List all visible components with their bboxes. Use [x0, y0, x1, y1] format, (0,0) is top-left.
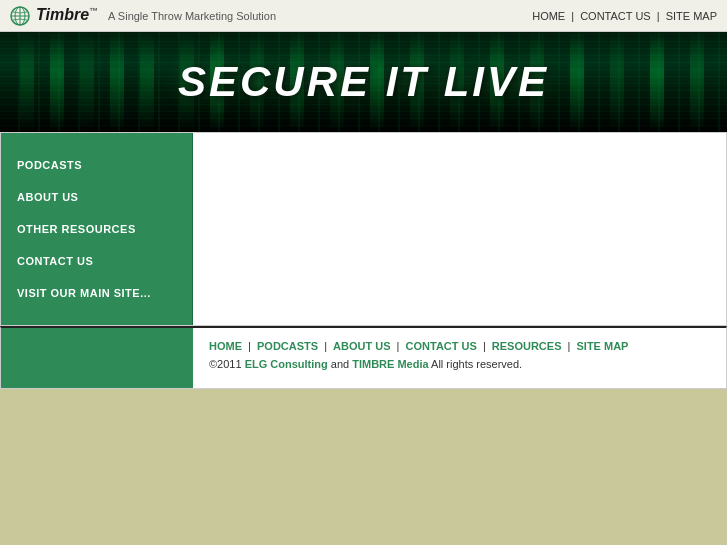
header-home-link[interactable]: HOME: [532, 10, 565, 22]
sidebar-item-other-resources[interactable]: OTHER RESOURCES: [1, 213, 192, 245]
footer-copyright: ©2011 ELG Consulting and TIMBRE Media Al…: [209, 358, 710, 370]
header: Timbre™ A Single Throw Marketing Solutio…: [0, 0, 727, 32]
footer: HOME | PODCASTS | ABOUT US | CONTACT US …: [0, 326, 727, 389]
footer-copy-text: ©2011: [209, 358, 245, 370]
sidebar-item-podcasts[interactable]: PODCASTS: [1, 149, 192, 181]
footer-and-text: and: [328, 358, 352, 370]
footer-timbre-link[interactable]: TIMBRE Media: [352, 358, 428, 370]
globe-icon: [10, 6, 30, 26]
footer-nav: HOME | PODCASTS | ABOUT US | CONTACT US …: [209, 340, 710, 352]
header-contact-link[interactable]: CONTACT US: [580, 10, 651, 22]
footer-about-link[interactable]: ABOUT US: [333, 340, 390, 352]
header-sep-2: |: [657, 10, 663, 22]
sidebar: PODCASTS ABOUT US OTHER RESOURCES CONTAC…: [1, 133, 193, 325]
footer-elg-link[interactable]: ELG Consulting: [245, 358, 328, 370]
banner-title: SECURE IT LIVE: [178, 58, 549, 106]
logo-area: Timbre™ A Single Throw Marketing Solutio…: [10, 6, 276, 26]
footer-sitemap-link[interactable]: SITE MAP: [576, 340, 628, 352]
sidebar-item-visit-main-site[interactable]: VISIT OUR MAIN SITE...: [1, 277, 192, 309]
footer-rights-text: All rights reserved.: [429, 358, 523, 370]
banner: SECURE IT LIVE: [0, 32, 727, 132]
header-sep-1: |: [571, 10, 577, 22]
logo-tagline: A Single Throw Marketing Solution: [108, 10, 276, 22]
footer-contact-link[interactable]: CONTACT US: [406, 340, 477, 352]
header-sitemap-link[interactable]: SITE MAP: [666, 10, 717, 22]
main-content: PODCASTS ABOUT US OTHER RESOURCES CONTAC…: [0, 132, 727, 326]
sidebar-item-contact-us[interactable]: CONTACT US: [1, 245, 192, 277]
header-nav: HOME | CONTACT US | SITE MAP: [532, 10, 717, 22]
logo-name: Timbre: [36, 7, 89, 24]
footer-content: HOME | PODCASTS | ABOUT US | CONTACT US …: [193, 328, 726, 388]
footer-podcasts-link[interactable]: PODCASTS: [257, 340, 318, 352]
logo-brand: Timbre™: [36, 6, 98, 24]
content-area: [193, 133, 726, 325]
footer-resources-link[interactable]: RESOURCES: [492, 340, 562, 352]
app-wrapper: Timbre™ A Single Throw Marketing Solutio…: [0, 0, 727, 545]
logo-tm: ™: [89, 6, 98, 16]
footer-sidebar-green: [1, 328, 193, 388]
sidebar-item-about-us[interactable]: ABOUT US: [1, 181, 192, 213]
footer-home-link[interactable]: HOME: [209, 340, 242, 352]
